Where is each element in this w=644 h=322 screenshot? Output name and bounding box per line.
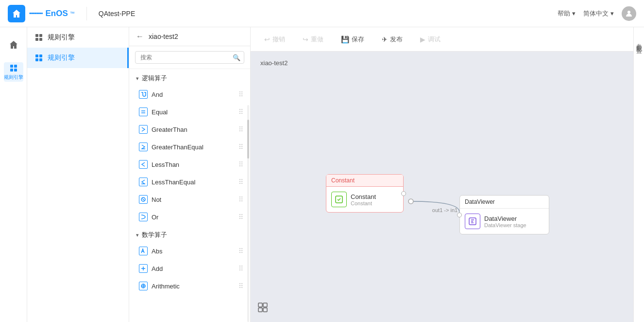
home-icon-btn[interactable] bbox=[8, 5, 25, 22]
dataviewer-header: DataViewer bbox=[460, 196, 549, 209]
scrollbar-track[interactable] bbox=[247, 105, 249, 322]
and-icon bbox=[139, 90, 148, 99]
not-drag[interactable]: ⠿ bbox=[238, 196, 243, 203]
list-item[interactable]: Abs ⠿ bbox=[129, 242, 250, 260]
add-drag[interactable]: ⠿ bbox=[238, 265, 243, 272]
dataviewer-connector-left[interactable] bbox=[457, 213, 462, 217]
search-input[interactable] bbox=[135, 51, 244, 64]
dataviewer-node-icon bbox=[465, 214, 480, 229]
undo-icon: ↩ bbox=[264, 36, 270, 43]
constant-connector-right[interactable] bbox=[401, 191, 406, 196]
svg-rect-23 bbox=[263, 308, 267, 312]
lessthan-drag[interactable]: ⠿ bbox=[238, 161, 243, 168]
list-item[interactable]: LessThanEqual ⠿ bbox=[129, 173, 250, 191]
svg-rect-7 bbox=[35, 38, 38, 41]
not-icon bbox=[139, 195, 148, 204]
rail-rules-label: 规则引擎 bbox=[4, 74, 23, 81]
right-panel-label: 参数配置 bbox=[635, 35, 643, 45]
scrollbar-thumb bbox=[247, 120, 249, 159]
arithmetic-drag[interactable]: ⠿ bbox=[238, 282, 243, 290]
dataviewer-body: DataViewer DataViewer stage bbox=[460, 209, 549, 234]
node-constant[interactable]: Constant Constant Constant bbox=[326, 174, 404, 213]
svg-rect-2 bbox=[14, 65, 17, 68]
svg-rect-20 bbox=[258, 303, 262, 307]
svg-rect-11 bbox=[35, 58, 38, 61]
lang-button[interactable]: 简体中文 ▾ bbox=[583, 9, 614, 18]
sidebar-label-2: 规则引擎 bbox=[48, 54, 75, 62]
svg-rect-21 bbox=[263, 303, 267, 307]
canvas-connections: out1 -> in1 bbox=[251, 52, 633, 322]
undo-label: 撤销 bbox=[272, 35, 285, 44]
debug-label: 调试 bbox=[428, 35, 441, 44]
section-logic-chevron: ▾ bbox=[136, 75, 139, 82]
publish-icon: ✈ bbox=[382, 36, 388, 43]
left-rail: 规则引擎 bbox=[0, 27, 27, 322]
lessthanequal-drag[interactable]: ⠿ bbox=[238, 178, 243, 186]
rail-home[interactable] bbox=[4, 35, 23, 54]
dataviewer-node-text: DataViewer DataViewer stage bbox=[484, 215, 526, 228]
enos-dots: ••••••••••• bbox=[29, 11, 43, 16]
section-math-header[interactable]: ▾ 数学算子 bbox=[129, 226, 250, 242]
arithmetic-icon bbox=[139, 282, 148, 290]
canvas-title: xiao-test2 bbox=[260, 59, 288, 67]
sidebar-item-rules-top[interactable]: 规则引擎 bbox=[27, 27, 129, 48]
svg-point-15 bbox=[408, 199, 413, 204]
list-item[interactable]: GreaterThanEqual ⠿ bbox=[129, 138, 250, 156]
greaterthan-icon bbox=[139, 125, 148, 134]
list-item[interactable]: Arithmetic ⠿ bbox=[129, 277, 250, 295]
canvas-expand-button[interactable] bbox=[257, 302, 268, 315]
rail-rules[interactable]: 规则引擎 bbox=[4, 62, 23, 82]
list-item[interactable]: Add ⠿ bbox=[129, 260, 250, 277]
section-logic-header[interactable]: ▾ 逻辑算子 bbox=[129, 69, 250, 86]
list-item[interactable]: And ⠿ bbox=[129, 86, 250, 103]
greaterthan-drag[interactable]: ⠿ bbox=[238, 125, 243, 133]
svg-rect-4 bbox=[14, 69, 17, 72]
sidebar-label-1: 规则引擎 bbox=[48, 33, 75, 42]
redo-icon: ↪ bbox=[303, 36, 308, 43]
lessthanequal-icon bbox=[139, 178, 148, 186]
nav-divider bbox=[86, 7, 87, 20]
redo-label: 重做 bbox=[311, 35, 323, 44]
list-item[interactable]: Or ⠿ bbox=[129, 208, 250, 226]
section-math-label: 数学算子 bbox=[142, 231, 167, 239]
save-button[interactable]: 💾 保存 bbox=[337, 33, 368, 46]
list-item[interactable]: Equal ⠿ bbox=[129, 103, 250, 121]
canvas-area: xiao-test2 out1 -> in1 Constant bbox=[251, 52, 633, 322]
panel-search-area: 🔍 bbox=[129, 46, 250, 69]
project-name: QAtest-PPE bbox=[99, 10, 135, 18]
greaterthanequal-drag[interactable]: ⠿ bbox=[238, 143, 243, 151]
greaterthanequal-icon bbox=[139, 143, 148, 151]
svg-rect-8 bbox=[39, 38, 42, 41]
help-button[interactable]: 帮助 ▾ bbox=[558, 9, 576, 18]
redo-button[interactable]: ↪ 重做 bbox=[299, 33, 327, 46]
sidebar-item-rules-active[interactable]: 规则引擎 bbox=[27, 48, 129, 68]
svg-rect-12 bbox=[39, 58, 42, 61]
greaterthanequal-label: GreaterThanEqual bbox=[152, 143, 203, 151]
node-dataviewer[interactable]: DataViewer DataViewer DataViewer stage bbox=[459, 195, 549, 234]
list-item[interactable]: GreaterThan ⠿ bbox=[129, 121, 250, 138]
section-math-items: Abs ⠿ Add ⠿ Arithmetic ⠿ bbox=[129, 242, 250, 295]
panel-header: ← xiao-test2 bbox=[129, 27, 250, 46]
undo-button[interactable]: ↩ 撤销 bbox=[260, 33, 289, 46]
arithmetic-label: Arithmetic bbox=[152, 283, 180, 290]
main-toolbar: ↩ 撤销 ↪ 重做 💾 保存 ✈ 发布 ▶ 调试 bbox=[251, 27, 633, 52]
svg-rect-1 bbox=[10, 65, 13, 68]
back-button[interactable]: ← bbox=[136, 32, 144, 41]
node-constant-header: Constant bbox=[326, 175, 403, 187]
list-item[interactable]: Not ⠿ bbox=[129, 191, 250, 208]
greaterthan-label: GreaterThan bbox=[152, 126, 187, 133]
lessthan-icon bbox=[139, 160, 148, 169]
equal-drag[interactable]: ⠿ bbox=[238, 108, 243, 116]
or-label: Or bbox=[152, 214, 158, 221]
publish-label: 发布 bbox=[390, 35, 403, 44]
publish-button[interactable]: ✈ 发布 bbox=[378, 33, 407, 46]
debug-button[interactable]: ▶ 调试 bbox=[416, 33, 444, 46]
panel: ← xiao-test2 🔍 ▾ 逻辑算子 And ⠿ bbox=[129, 27, 251, 322]
user-avatar[interactable] bbox=[622, 6, 636, 21]
or-drag[interactable]: ⠿ bbox=[238, 213, 243, 221]
save-label: 保存 bbox=[352, 35, 364, 44]
main-area: ↩ 撤销 ↪ 重做 💾 保存 ✈ 发布 ▶ 调试 xiao-test2 bbox=[251, 27, 633, 322]
abs-drag[interactable]: ⠿ bbox=[238, 247, 243, 255]
and-drag[interactable]: ⠿ bbox=[238, 90, 243, 98]
list-item[interactable]: LessThan ⠿ bbox=[129, 156, 250, 173]
